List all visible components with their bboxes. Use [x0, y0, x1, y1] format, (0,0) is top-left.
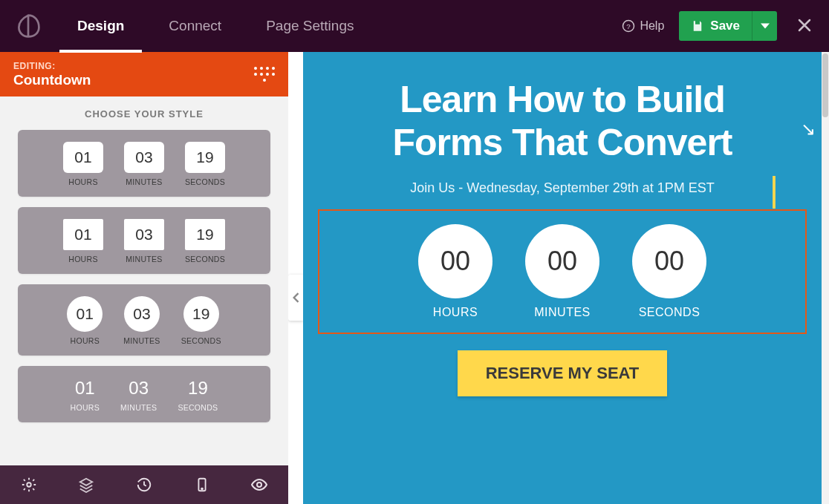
style-option-2[interactable]: 01HOURS 03MINUTES 19SECONDS [18, 207, 270, 274]
style2-hours-label: HOURS [68, 255, 97, 264]
layers-icon[interactable] [77, 476, 95, 494]
page-preview[interactable]: Learn How to Build Forms That Convert | … [303, 52, 822, 504]
style3-seconds-label: SECONDS [181, 336, 221, 345]
style1-minutes-label: MINUTES [126, 177, 162, 186]
style4-seconds-label: SECONDS [178, 403, 218, 412]
page-subhead[interactable]: Join Us - Wednesday, September 29th at 1… [410, 180, 715, 196]
svg-point-4 [201, 488, 203, 490]
left-sidebar: EDITING: Countdown CHOOSE YOUR STYLE 01H… [0, 52, 288, 504]
style3-minutes-value: 03 [124, 296, 160, 332]
svg-point-5 [257, 482, 261, 487]
style4-hours-label: HOURS [71, 403, 100, 412]
style-option-3[interactable]: 01HOURS 03MINUTES 19SECONDS [18, 284, 270, 356]
style1-seconds-label: SECONDS [185, 177, 225, 186]
help-icon: ? [622, 19, 635, 33]
mobile-icon[interactable] [193, 476, 211, 494]
style2-seconds-value: 19 [185, 219, 225, 250]
style1-hours-value: 01 [63, 142, 103, 173]
style-option-1[interactable]: 01HOURS 03MINUTES 19SECONDS [18, 130, 270, 197]
style-list: CHOOSE YOUR STYLE 01HOURS 03MINUTES 19SE… [0, 96, 288, 465]
countdown-hours-label: HOURS [433, 306, 478, 319]
tab-list: Design Connect Page Settings [73, 0, 358, 52]
page-headline[interactable]: Learn How to Build Forms That Convert [392, 79, 732, 164]
svg-text:?: ? [627, 22, 631, 30]
save-button-group: Save [679, 11, 777, 41]
countdown-minutes-value: 00 [525, 224, 599, 298]
chevron-down-icon [761, 22, 770, 30]
cta-button[interactable]: RESERVE MY SEAT [458, 350, 668, 396]
history-icon[interactable] [135, 476, 153, 494]
save-dropdown[interactable] [752, 11, 777, 41]
style2-hours-value: 01 [63, 219, 103, 250]
close-button[interactable] [793, 14, 816, 38]
help-link[interactable]: ? Help [622, 19, 664, 33]
style3-hours-value: 01 [67, 296, 103, 332]
style2-seconds-label: SECONDS [185, 255, 225, 264]
editing-label: EDITING: [13, 61, 91, 71]
help-label: Help [640, 19, 664, 33]
style3-seconds-value: 19 [183, 296, 219, 332]
style2-minutes-label: MINUTES [126, 255, 162, 264]
svg-point-2 [27, 482, 31, 487]
countdown-hours-value: 00 [418, 224, 492, 298]
style4-minutes-value: 03 [129, 378, 149, 399]
preview-icon[interactable] [250, 476, 268, 494]
headline-line-2: Forms That Convert [392, 122, 732, 163]
drag-handle-icon[interactable] [254, 64, 275, 85]
countdown-seconds-value: 00 [632, 224, 706, 298]
text-cursor-icon: | [770, 169, 778, 209]
settings-icon[interactable] [20, 476, 38, 494]
style3-hours-label: HOURS [71, 336, 100, 345]
style1-hours-label: HOURS [68, 177, 97, 186]
canvas-scrollbar[interactable] [822, 52, 829, 504]
editing-header: EDITING: Countdown [0, 52, 288, 96]
countdown-minutes-label: MINUTES [534, 306, 591, 319]
headline-line-1: Learn How to Build [400, 79, 725, 120]
style4-minutes-label: MINUTES [120, 403, 157, 412]
style4-hours-value: 01 [75, 378, 95, 399]
tab-design[interactable]: Design [73, 0, 129, 52]
save-button[interactable]: Save [679, 11, 752, 41]
tab-connect[interactable]: Connect [164, 0, 226, 52]
save-icon [691, 19, 704, 33]
choose-style-heading: CHOOSE YOUR STYLE [18, 108, 270, 120]
top-nav: Design Connect Page Settings ? Help Save [0, 0, 829, 52]
canvas-area: Learn How to Build Forms That Convert | … [288, 52, 829, 504]
cursor-pointer-icon: ↘ [801, 119, 816, 140]
logo-icon [13, 11, 43, 41]
style1-minutes-value: 03 [124, 142, 164, 173]
close-icon [797, 18, 812, 33]
chevron-left-icon [292, 292, 299, 303]
scrollbar-thumb[interactable] [822, 53, 828, 117]
tool-strip [0, 465, 288, 504]
countdown-element[interactable]: 00 HOURS 00 MINUTES 00 SECONDS [318, 209, 807, 334]
collapse-sidebar-button[interactable] [288, 275, 303, 321]
editing-title: Countdown [13, 72, 91, 88]
tab-page-settings[interactable]: Page Settings [261, 0, 358, 52]
style1-seconds-value: 19 [185, 142, 225, 173]
style-option-4[interactable]: 01HOURS 03MINUTES 19SECONDS [18, 366, 270, 422]
save-label: Save [710, 19, 740, 33]
style3-minutes-label: MINUTES [123, 336, 160, 345]
style4-seconds-value: 19 [188, 378, 208, 399]
style2-minutes-value: 03 [124, 219, 164, 250]
countdown-seconds-label: SECONDS [639, 306, 700, 319]
